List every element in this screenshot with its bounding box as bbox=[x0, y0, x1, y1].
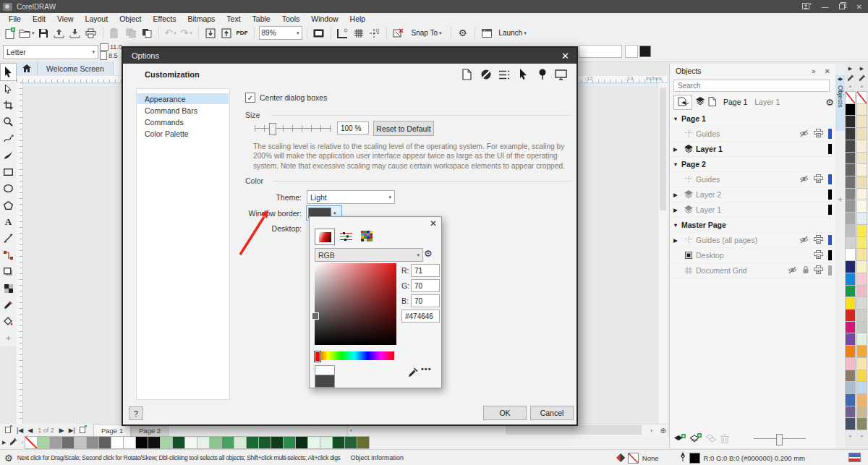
zoom-tool[interactable] bbox=[1, 114, 16, 130]
color-swatch[interactable] bbox=[172, 436, 185, 449]
color-model-dropdown[interactable]: RGB▾ bbox=[315, 248, 423, 262]
layer-opacity-slider[interactable] bbox=[754, 434, 806, 444]
color-swatch[interactable] bbox=[234, 436, 247, 449]
more-options-icon[interactable]: ••• bbox=[421, 364, 432, 373]
previous-page-icon[interactable]: ◀ bbox=[25, 427, 35, 434]
tree-row-guides[interactable]: Guides bbox=[670, 172, 836, 187]
page-width-field[interactable]: 11.0 bbox=[100, 43, 122, 51]
color-field[interactable] bbox=[315, 263, 396, 345]
color-sliders-tab[interactable] bbox=[337, 229, 356, 244]
proof-colors-icon[interactable] bbox=[848, 453, 861, 464]
crop-tool[interactable] bbox=[1, 97, 16, 114]
hue-marker[interactable] bbox=[314, 351, 321, 362]
pages-view-icon[interactable] bbox=[708, 97, 716, 108]
cursor-mode-icon[interactable] bbox=[516, 68, 530, 82]
color-swatch[interactable] bbox=[856, 417, 867, 430]
import-icon[interactable] bbox=[203, 26, 218, 40]
color-swatch[interactable] bbox=[845, 345, 856, 358]
new-layer-icon[interactable] bbox=[674, 434, 686, 445]
color-swatch[interactable] bbox=[49, 436, 62, 449]
eyeoff-icon[interactable] bbox=[799, 175, 809, 184]
interactive-fill-tool[interactable] bbox=[1, 313, 16, 330]
menu-tools[interactable]: Tools bbox=[276, 14, 306, 23]
ok-button[interactable]: OK bbox=[483, 406, 527, 420]
expander-icon[interactable]: ▶ bbox=[670, 192, 681, 198]
pdf-icon[interactable]: PDF bbox=[235, 26, 250, 40]
scrollbar-thumb[interactable] bbox=[506, 425, 642, 435]
save-icon[interactable] bbox=[36, 26, 51, 40]
eyeoff-icon[interactable] bbox=[799, 129, 809, 139]
color-swatch[interactable] bbox=[856, 381, 867, 394]
layer-color-bar[interactable] bbox=[828, 205, 832, 215]
color-field-handle[interactable] bbox=[312, 312, 319, 320]
menu-edit[interactable]: Edit bbox=[27, 14, 51, 23]
customize-tool[interactable]: ＋ bbox=[1, 330, 16, 346]
tree-row-guides[interactable]: Guides bbox=[670, 127, 836, 142]
dialog-nav-commands[interactable]: Commands bbox=[137, 116, 229, 127]
palette-eyedropper-icon[interactable] bbox=[845, 73, 856, 82]
minimize-icon[interactable]: — bbox=[822, 3, 829, 11]
swatch-none[interactable] bbox=[25, 436, 38, 449]
color-swatch[interactable] bbox=[845, 248, 856, 261]
layer-color-bar[interactable] bbox=[828, 265, 832, 276]
launch-dropdown[interactable]: Launch▾ bbox=[495, 26, 530, 40]
dialog-close-icon[interactable]: ✕ bbox=[561, 51, 569, 61]
menu-object[interactable]: Object bbox=[114, 14, 147, 23]
color-swatch[interactable] bbox=[856, 103, 867, 116]
color-swatch[interactable] bbox=[856, 285, 867, 298]
color-swatch[interactable] bbox=[197, 436, 210, 449]
swatch-none[interactable] bbox=[856, 91, 867, 104]
canvas-vertical-scrollbar[interactable] bbox=[658, 83, 668, 424]
zoom-to-page-icon[interactable]: ⊕ bbox=[660, 427, 666, 435]
eyeoff-icon[interactable] bbox=[799, 236, 809, 245]
color-swatch[interactable] bbox=[845, 140, 856, 153]
color-swatch[interactable] bbox=[856, 163, 867, 176]
color-swatch[interactable] bbox=[856, 406, 867, 419]
first-page-icon[interactable]: |◀ bbox=[14, 427, 25, 434]
text-tool[interactable]: A bbox=[1, 213, 16, 230]
paste-icon[interactable] bbox=[108, 26, 122, 40]
color-swatch[interactable] bbox=[148, 436, 161, 449]
popup-close-icon[interactable]: ✕ bbox=[430, 218, 437, 229]
color-eyedropper-tool[interactable] bbox=[1, 297, 16, 313]
color-swatch[interactable] bbox=[845, 417, 856, 430]
help-button[interactable]: ? bbox=[129, 406, 143, 420]
outline-color-swatch[interactable] bbox=[689, 453, 700, 464]
menu-table[interactable]: Table bbox=[247, 14, 276, 23]
color-swatch[interactable] bbox=[283, 436, 296, 449]
color-swatch[interactable] bbox=[845, 103, 856, 116]
color-swatch[interactable] bbox=[845, 176, 856, 189]
color-swatch[interactable] bbox=[856, 345, 867, 358]
zoom-level-combobox[interactable]: 89%▾ bbox=[259, 26, 302, 40]
dialog-nav-color-palette[interactable]: Color Palette bbox=[137, 128, 229, 139]
color-swatch[interactable] bbox=[845, 163, 856, 176]
color-swatch[interactable] bbox=[845, 127, 856, 140]
scrollbar-thumb[interactable] bbox=[660, 88, 666, 210]
close-icon[interactable]: ✕ bbox=[856, 3, 862, 11]
eyeoff-icon[interactable] bbox=[787, 266, 798, 276]
color-swatch[interactable] bbox=[845, 370, 856, 383]
color-swatch[interactable] bbox=[845, 333, 856, 346]
expander-icon[interactable]: ▼ bbox=[670, 222, 681, 229]
printer-icon[interactable] bbox=[814, 265, 823, 276]
redo-icon[interactable]: ↷▾ bbox=[179, 26, 194, 40]
color-swatch[interactable] bbox=[845, 309, 856, 322]
color-viewer-tab[interactable] bbox=[315, 229, 335, 245]
expander-icon[interactable]: ▼ bbox=[670, 161, 681, 168]
snap-to-dropdown[interactable]: Snap To▾ bbox=[407, 26, 446, 40]
expander-icon[interactable]: ▶ bbox=[670, 146, 681, 153]
color-swatch[interactable] bbox=[86, 436, 99, 449]
page-height-field[interactable]: 8.5 bbox=[100, 51, 118, 60]
paper-size-dropdown[interactable]: Letter▾ bbox=[3, 45, 98, 59]
menu-bitmaps[interactable]: Bitmaps bbox=[182, 14, 221, 23]
download-cloud-icon[interactable] bbox=[68, 26, 82, 40]
color-swatch[interactable] bbox=[856, 212, 867, 225]
lock-icon[interactable] bbox=[802, 265, 809, 276]
scroll-left-icon[interactable]: ‹ bbox=[348, 427, 354, 434]
color-swatch[interactable] bbox=[845, 393, 856, 406]
color-swatch[interactable] bbox=[160, 436, 173, 449]
monitor-icon[interactable] bbox=[554, 68, 568, 82]
snap-off-icon[interactable] bbox=[391, 26, 406, 40]
horizontal-ruler-right[interactable]: 12 13 inches bbox=[575, 76, 667, 83]
color-swatch[interactable] bbox=[320, 436, 333, 449]
